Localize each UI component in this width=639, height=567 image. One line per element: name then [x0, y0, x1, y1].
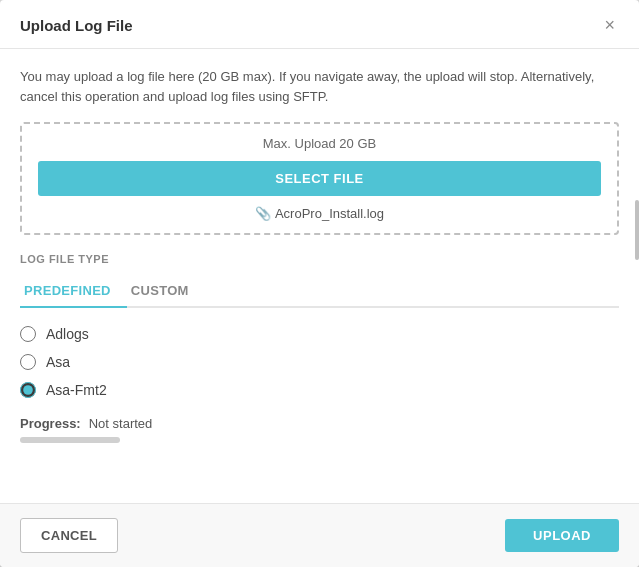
radio-adlogs[interactable] — [20, 326, 36, 342]
upload-button[interactable]: UPLOAD — [505, 519, 619, 552]
log-file-type-label: LOG FILE TYPE — [20, 253, 619, 265]
dialog-header: Upload Log File × — [0, 0, 639, 49]
tab-predefined[interactable]: PREDEFINED — [20, 275, 127, 308]
progress-row: Progress: Not started — [20, 416, 619, 431]
progress-bar-container — [20, 437, 120, 443]
selected-file-name: AcroPro_Install.log — [275, 206, 384, 221]
attachment-icon: 📎 — [255, 206, 271, 221]
scrollbar[interactable] — [635, 200, 639, 260]
description-text: You may upload a log file here (20 GB ma… — [20, 67, 619, 106]
dialog-footer: CANCEL UPLOAD — [0, 503, 639, 567]
log-type-radio-group: Adlogs Asa Asa-Fmt2 — [20, 326, 619, 398]
progress-label: Progress: — [20, 416, 81, 431]
radio-label-asa: Asa — [46, 354, 70, 370]
upload-max-label: Max. Upload 20 GB — [38, 136, 601, 151]
upload-log-file-dialog: Upload Log File × You may upload a log f… — [0, 0, 639, 567]
upload-drop-zone: Max. Upload 20 GB SELECT FILE 📎 AcroPro_… — [20, 122, 619, 235]
radio-asa-fmt2[interactable] — [20, 382, 36, 398]
radio-item-asa-fmt2[interactable]: Asa-Fmt2 — [20, 382, 619, 398]
cancel-button[interactable]: CANCEL — [20, 518, 118, 553]
radio-item-asa[interactable]: Asa — [20, 354, 619, 370]
dialog-title: Upload Log File — [20, 17, 133, 34]
selected-file-display: 📎 AcroPro_Install.log — [38, 206, 601, 221]
radio-label-asa-fmt2: Asa-Fmt2 — [46, 382, 107, 398]
close-button[interactable]: × — [600, 14, 619, 36]
radio-label-adlogs: Adlogs — [46, 326, 89, 342]
log-type-tabs: PREDEFINED CUSTOM — [20, 275, 619, 308]
progress-status: Not started — [89, 416, 153, 431]
tab-custom[interactable]: CUSTOM — [127, 275, 205, 308]
radio-asa[interactable] — [20, 354, 36, 370]
dialog-body: You may upload a log file here (20 GB ma… — [0, 49, 639, 503]
select-file-button[interactable]: SELECT FILE — [38, 161, 601, 196]
radio-item-adlogs[interactable]: Adlogs — [20, 326, 619, 342]
